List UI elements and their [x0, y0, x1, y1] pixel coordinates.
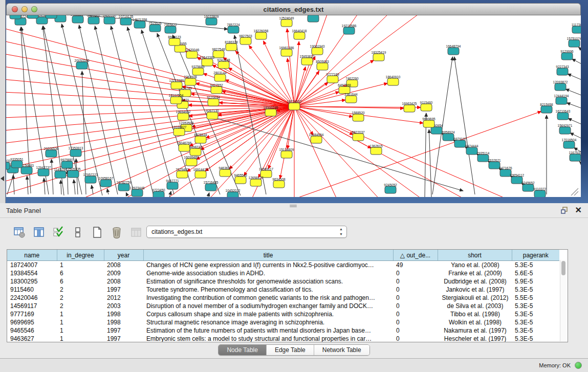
graph-node[interactable]: 10719135 — [119, 15, 134, 25]
graph-node[interactable]: 8822037 — [352, 130, 365, 141]
column-header-short[interactable]: short — [438, 250, 512, 261]
graph-node[interactable]: 6466160 — [103, 15, 116, 24]
graph-node[interactable]: 16099489 — [184, 156, 199, 166]
graph-node[interactable]: 2367608 — [184, 75, 197, 86]
graph-node[interactable]: 1117304 — [572, 23, 581, 34]
graph-node[interactable]: 22420046 — [185, 48, 200, 59]
table-row[interactable]: 977716911998Corpus callosum shape and si… — [7, 310, 559, 318]
graph-node[interactable]: 9498222 — [189, 145, 202, 156]
table-settings-button[interactable] — [12, 225, 27, 239]
graph-node[interactable]: 14671358 — [133, 18, 147, 29]
graph-node[interactable]: 18300295 — [264, 106, 278, 117]
graph-node[interactable]: 20053346 — [75, 59, 90, 70]
import-table-button[interactable] — [129, 225, 143, 239]
close-panel-icon[interactable]: ✕ — [575, 205, 582, 215]
new-document-button[interactable] — [90, 225, 104, 239]
graph-node[interactable]: 7857224 — [227, 23, 240, 34]
network-window-titlebar[interactable]: citations_edges.txt — [6, 3, 581, 15]
graph-node[interactable]: 9827503 — [239, 34, 252, 45]
table-row[interactable]: 1830029562008Estimation of significance … — [7, 277, 559, 286]
graph-node[interactable]: 9463627 — [219, 166, 232, 177]
graph-node[interactable]: 12658127 — [249, 176, 264, 187]
table-row[interactable]: 946554611997Estimation of the future num… — [7, 326, 559, 335]
graph-node[interactable]: 8958924 — [442, 130, 455, 141]
table-source-select[interactable]: citations_edges.txt ▲▼ — [146, 226, 347, 238]
graph-node[interactable]: 9465546 — [234, 173, 247, 184]
column-header-pagerank[interactable]: pagerank — [512, 250, 559, 261]
table-row[interactable]: 1938455462009Genome-wide association stu… — [7, 269, 559, 277]
graph-node[interactable]: 10452012 — [226, 189, 241, 198]
table-row[interactable]: 911546021997Tourette syndrome. Phenomeno… — [7, 286, 559, 294]
graph-node[interactable]: 9335051 — [10, 158, 24, 168]
tab-edge-table[interactable]: Edge Table — [267, 345, 314, 355]
graph-node[interactable]: 16648794 — [446, 45, 461, 55]
graph-node[interactable]: 9115460 — [420, 101, 433, 112]
graph-node[interactable]: 7965822 — [164, 23, 177, 34]
graph-node[interactable]: 12213389 — [169, 79, 184, 90]
table-row[interactable]: 946362711997Embryonic stem cells: a mode… — [7, 335, 559, 342]
graph-node[interactable]: 16640418 — [292, 29, 307, 40]
graph-node[interactable]: 12444194 — [554, 94, 569, 105]
graph-node[interactable]: 16210643 — [556, 110, 571, 120]
table-row[interactable]: 1872400712008Changes of HCN gene express… — [7, 261, 559, 270]
graph-node[interactable]: 19654932 — [176, 110, 191, 121]
graph-node[interactable]: 15751074 — [567, 37, 581, 48]
table-scrollbar-thumb[interactable] — [561, 261, 565, 275]
collapse-arrow-icon[interactable] — [1, 176, 4, 181]
graph-node[interactable]: 15692971 — [558, 124, 573, 135]
float-panel-icon[interactable] — [560, 206, 569, 214]
resize-grip-icon[interactable] — [571, 188, 578, 195]
graph-node[interactable]: 1588520 — [352, 111, 365, 122]
column-chooser-button[interactable] — [32, 225, 46, 239]
graph-node[interactable]: 8505083 — [316, 60, 329, 71]
graph-node[interactable]: 19218586 — [342, 24, 357, 35]
graph-node[interactable]: 9777169 — [326, 73, 339, 83]
graph-node[interactable]: 6979197 — [453, 137, 467, 148]
table-mode-button[interactable] — [71, 225, 85, 239]
graph-node[interactable]: 1327602 — [87, 15, 100, 24]
graph-node[interactable]: 12524049 — [279, 16, 294, 27]
graph-canvas[interactable]: 1935572420691406211184081065328713276026… — [6, 15, 581, 197]
graph-node[interactable]: 20206536 — [44, 147, 59, 158]
graph-node[interactable]: 19061943 — [310, 45, 325, 55]
graph-node[interactable]: 10653287 — [71, 15, 85, 23]
graph-node[interactable]: 7515526 — [148, 21, 162, 32]
column-header-title[interactable]: title — [143, 250, 393, 261]
column-header-name[interactable]: name — [7, 250, 57, 261]
graph-node[interactable]: 19384554 — [309, 133, 324, 144]
graph-node[interactable]: 11902357 — [44, 15, 59, 18]
graph-node[interactable]: 9012447 — [26, 15, 39, 18]
graph-node[interactable]: 12505135 — [66, 167, 81, 178]
graph-node[interactable]: 2361644 — [344, 93, 358, 103]
column-header-out_de[interactable]: △ out_de... — [393, 250, 438, 261]
graph-node[interactable]: 17016504 — [562, 138, 577, 149]
graph-node[interactable]: 18226058 — [254, 29, 269, 40]
graph-node[interactable]: 15953822 — [300, 55, 315, 65]
tab-node-table[interactable]: Node Table — [219, 345, 267, 355]
graph-node[interactable]: 8215958 — [540, 103, 553, 114]
graph-node[interactable]: 16963425 — [402, 102, 417, 113]
graph-node[interactable]: 9227343 — [556, 65, 569, 76]
graph-node[interactable]: 15134809 — [279, 148, 294, 159]
graph-node[interactable]: 9110372 — [534, 187, 547, 198]
graph-node[interactable]: 18107554 — [169, 94, 184, 104]
graph-node[interactable]: 9129996 — [560, 50, 574, 60]
graph-node[interactable]: 8878334 — [194, 133, 207, 144]
graph-node[interactable]: 16914479 — [193, 168, 208, 179]
graph-node[interactable]: 16961386 — [279, 46, 294, 57]
graph-node[interactable]: 16584021 — [8, 15, 23, 19]
graph-node[interactable]: 8660123 — [168, 35, 181, 46]
graph-node[interactable]: 2803144 — [213, 71, 227, 82]
graph-node[interactable]: 9699695 — [422, 117, 435, 128]
graph-node[interactable]: 8186328 — [225, 40, 238, 51]
graph-node[interactable]: 15716485 — [204, 181, 219, 191]
graph-node[interactable]: 8813054 — [307, 15, 320, 22]
graph-node[interactable]: 9170034 — [207, 96, 220, 106]
graph-node[interactable]: 9457771 — [166, 179, 179, 190]
column-header-year[interactable]: year — [104, 250, 143, 261]
tab-network-table[interactable]: Network Table — [314, 345, 369, 355]
graph-node[interactable]: 1167533 — [569, 151, 581, 162]
graph-node[interactable]: 9427552 — [210, 83, 223, 94]
graph-node[interactable]: 17353913 — [69, 146, 83, 157]
graph-node[interactable]: 16782759 — [117, 181, 132, 191]
